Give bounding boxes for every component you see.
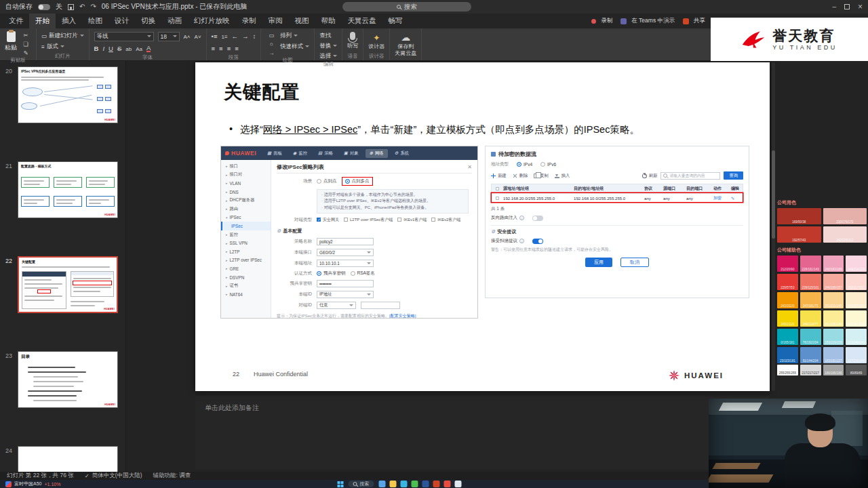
config-policy-link[interactable]: [配置安全策略] bbox=[389, 314, 416, 318]
taskbar-app-icon[interactable] bbox=[400, 481, 407, 487]
slide-thumbnail-23[interactable]: 目录 HUAWEI bbox=[18, 351, 118, 408]
dictate-button[interactable]: 听写 bbox=[347, 31, 358, 49]
ribbon-tab[interactable]: 视图 bbox=[289, 14, 315, 28]
taskbar-app-icon[interactable] bbox=[433, 481, 439, 487]
refresh-button[interactable]: 刷新 bbox=[642, 173, 658, 179]
firewall-nav-item[interactable]: ⊕网络 bbox=[366, 149, 388, 158]
delete-flow-button[interactable]: 删除 bbox=[513, 173, 528, 179]
close-button[interactable] bbox=[858, 3, 863, 11]
ribbon-tab[interactable]: 动画 bbox=[161, 14, 188, 28]
firewall-nav-item[interactable]: ▦面板 bbox=[263, 149, 286, 158]
canvas-scrollbar[interactable] bbox=[772, 62, 775, 391]
table-cell[interactable]: ✎ bbox=[729, 196, 743, 201]
document-title[interactable]: 06 IPSec VPN技术与应用.pptx - 已保存到此电脑 bbox=[102, 2, 248, 12]
firewall-tree-item[interactable]: IPSec bbox=[221, 222, 271, 230]
slide-thumbnail-22-selected[interactable]: 关键配置 HUAWEI bbox=[18, 256, 118, 313]
shape-rect-icon[interactable] bbox=[266, 31, 277, 39]
underline-icon[interactable] bbox=[108, 45, 113, 52]
numbering-icon[interactable] bbox=[221, 33, 227, 40]
taskbar-app-icon[interactable] bbox=[443, 481, 450, 487]
taskbar-app-icon[interactable] bbox=[389, 481, 396, 487]
table-cell[interactable]: any bbox=[642, 196, 661, 201]
autosave-toggle[interactable] bbox=[38, 4, 50, 10]
apply-button[interactable]: 应用 bbox=[585, 258, 612, 267]
slide-thumbnail-20[interactable]: IPSec VPN点到多点应用场景 HUAWEI bbox=[18, 66, 118, 123]
table-cell[interactable]: 192.168.20.0/255.255.255.0 bbox=[501, 196, 572, 201]
ribbon-tab[interactable]: 幻灯片放映 bbox=[188, 14, 236, 28]
language-status[interactable]: ✓简体中文(中国大陆) bbox=[85, 472, 142, 480]
format-painter-icon[interactable] bbox=[20, 49, 31, 56]
designer-button[interactable]: 设计器 bbox=[368, 31, 384, 50]
line-spacing-icon[interactable] bbox=[253, 33, 256, 40]
flow-search-input[interactable]: 请输入要查询的内容 bbox=[660, 172, 720, 180]
quick-styles-button[interactable]: 快速样式 bbox=[280, 42, 309, 51]
start-button[interactable] bbox=[337, 481, 343, 487]
taskbar-widget[interactable]: 富时中国A50 +1.10% bbox=[5, 481, 60, 487]
accept-scan-toggle[interactable] bbox=[532, 239, 543, 244]
firewall-tree-item[interactable]: SSL VPN bbox=[221, 239, 271, 247]
redo-icon[interactable] bbox=[90, 3, 96, 10]
ribbon-tab[interactable]: 开始 bbox=[29, 14, 56, 28]
taskbar-app-icon[interactable] bbox=[411, 481, 418, 487]
teams-present-button[interactable]: 在 Teams 中演示 bbox=[620, 17, 675, 26]
table-cell[interactable]: any bbox=[684, 196, 711, 201]
firewall-tree-item[interactable]: 路由 bbox=[221, 205, 271, 214]
ribbon-tab[interactable]: 审阅 bbox=[262, 14, 289, 28]
bullets-icon[interactable] bbox=[212, 33, 218, 40]
font-name-select[interactable]: 等线 bbox=[94, 32, 154, 41]
firewall-tree-item[interactable]: 监控 bbox=[221, 230, 271, 239]
ipv4-radio[interactable]: IPv4 bbox=[517, 162, 532, 167]
indent-icon[interactable] bbox=[242, 33, 249, 40]
font-color-icon[interactable] bbox=[146, 45, 151, 53]
grow-font-icon[interactable] bbox=[184, 33, 191, 40]
taskbar-app-icon[interactable] bbox=[454, 481, 461, 487]
firewall-tree-item[interactable]: L2TP bbox=[221, 247, 271, 256]
local-interface-select[interactable]: GE0/0/2 bbox=[317, 249, 374, 256]
find-button[interactable]: 查找 bbox=[319, 31, 337, 40]
slide-thumbnail-21[interactable]: 配置思路 - 模板方式 HUAWEI bbox=[18, 161, 118, 218]
ribbon-tab[interactable]: 插入 bbox=[56, 14, 82, 28]
row-checkbox[interactable] bbox=[496, 197, 499, 200]
italic-icon[interactable] bbox=[102, 45, 104, 52]
slide-canvas[interactable]: 关键配置 选择“网络 > IPSec > IPSec”，单击“新建”，建立模板方… bbox=[195, 62, 770, 391]
arrange-button[interactable]: 排列 bbox=[280, 31, 309, 40]
accessibility-status[interactable]: 辅助功能: 调查 bbox=[153, 472, 191, 480]
maximize-button[interactable] bbox=[844, 4, 850, 9]
ipv6-radio[interactable]: IPv6 bbox=[540, 162, 556, 167]
close-icon[interactable]: ✕ bbox=[467, 164, 472, 170]
query-button[interactable]: 查询 bbox=[724, 171, 743, 180]
copy-flow-button[interactable]: 复制 bbox=[534, 173, 549, 179]
notes-pane[interactable]: 单击此处添加备注 bbox=[195, 396, 770, 470]
peer-type-checkbox[interactable]: 安全网关 bbox=[317, 217, 339, 223]
cancel-button[interactable]: 取消 bbox=[620, 258, 649, 267]
firewall-tree-item[interactable]: 接口 bbox=[221, 162, 271, 171]
scene-p2mp-radio[interactable]: 点到多点 bbox=[345, 178, 370, 184]
slide-thumbnail-24-partial[interactable] bbox=[18, 446, 118, 472]
text-shadow-icon[interactable] bbox=[125, 45, 132, 52]
table-cell[interactable]: 192.168.10.0/255.255.255.0 bbox=[572, 196, 642, 201]
firewall-tree-item[interactable]: 接口对 bbox=[221, 171, 271, 180]
outdent-icon[interactable] bbox=[232, 33, 239, 40]
copy-icon[interactable] bbox=[20, 40, 31, 47]
taskbar-app-icon[interactable] bbox=[422, 481, 429, 487]
strikethrough-icon[interactable] bbox=[117, 45, 121, 52]
peer-type-checkbox[interactable]: IKEv2客户端 bbox=[431, 217, 460, 223]
ribbon-tab[interactable]: 切换 bbox=[135, 14, 161, 28]
cut-icon[interactable] bbox=[20, 31, 31, 39]
new-flow-button[interactable]: 新建 bbox=[491, 173, 507, 179]
save-to-cloud-button[interactable]: 保存到天翼云盘 bbox=[395, 31, 416, 56]
firewall-nav-item[interactable]: ▣对象 bbox=[340, 149, 363, 158]
shape-ellipse-icon[interactable] bbox=[266, 40, 277, 47]
layout-button[interactable]: 版式 bbox=[41, 42, 64, 51]
ribbon-tab[interactable]: 绘图 bbox=[82, 14, 108, 28]
replace-button[interactable]: 替换 bbox=[319, 41, 337, 50]
search-input[interactable]: 搜索 bbox=[342, 2, 471, 12]
firewall-tree-item[interactable]: DSVPN bbox=[221, 273, 271, 282]
paste-button[interactable]: 粘贴 bbox=[5, 31, 17, 52]
justify-icon[interactable] bbox=[235, 45, 239, 52]
font-size-select[interactable]: 18 bbox=[158, 32, 180, 41]
auth-psk-radio[interactable]: 预共享密钥 bbox=[317, 270, 346, 277]
peer-id-value-input[interactable] bbox=[361, 302, 400, 309]
firewall-tree-item[interactable]: VLAN bbox=[221, 179, 271, 188]
peer-type-checkbox[interactable]: IKEv1客户端 bbox=[397, 217, 427, 223]
